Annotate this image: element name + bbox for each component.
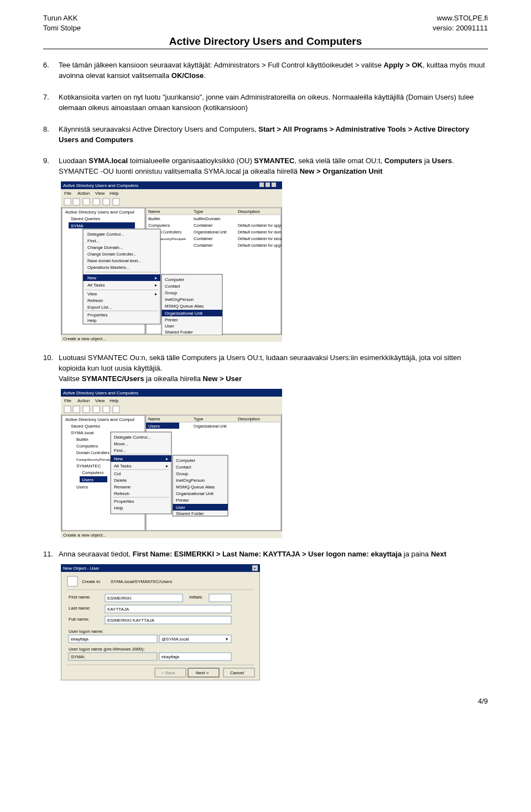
- svg-text:Computers: Computers: [76, 444, 98, 449]
- svg-rect-86: [73, 406, 80, 413]
- svg-text:Contact: Contact: [176, 465, 191, 470]
- svg-text:Shared Folder: Shared Folder: [165, 330, 193, 335]
- document-page: Turun AKK www.STOLPE.fi Tomi Stolpe vers…: [0, 0, 531, 719]
- svg-text:Create a new object...: Create a new object...: [63, 336, 106, 341]
- svg-text:Change Domain...: Change Domain...: [87, 245, 123, 250]
- step-7: 7. Kotikansioita varten on nyt luotu "ju…: [43, 92, 488, 113]
- svg-text:New Object - User: New Object - User: [63, 566, 100, 571]
- svg-text:▸: ▸: [166, 464, 168, 469]
- svg-text:< Back: < Back: [162, 670, 176, 675]
- step-number: 9.: [43, 156, 49, 166]
- svg-text:Computers: Computers: [148, 223, 170, 228]
- svg-rect-17: [113, 199, 119, 205]
- svg-text:Builtin: Builtin: [76, 437, 88, 442]
- svg-text:Computer: Computer: [176, 458, 195, 463]
- svg-rect-12: [64, 199, 71, 205]
- svg-text:Organizational Unit: Organizational Unit: [165, 311, 203, 316]
- svg-text:SYMA.local/SYMANTEC/Users: SYMA.local/SYMANTEC/Users: [111, 579, 172, 584]
- svg-text:Active Directory Users and Com: Active Directory Users and Computers: [63, 183, 138, 188]
- svg-text:Type: Type: [194, 417, 204, 421]
- svg-rect-6: [61, 189, 282, 197]
- svg-text:User logon name:: User logon name:: [69, 629, 103, 634]
- svg-text:Printer: Printer: [176, 498, 189, 503]
- svg-text:Delegate Control...: Delegate Control...: [114, 435, 151, 440]
- svg-rect-16: [103, 199, 110, 205]
- svg-text:Create in:: Create in:: [82, 579, 101, 584]
- svg-text:Refresh: Refresh: [87, 298, 103, 303]
- screenshot-aduc-new-ou: Active Directory Users and Computers Fil…: [61, 181, 488, 342]
- svg-text:×: ×: [253, 566, 256, 571]
- svg-text:Computer: Computer: [165, 277, 184, 282]
- header-right-1: www.STOLPE.fi: [437, 13, 488, 23]
- svg-text:Cut: Cut: [114, 471, 121, 476]
- svg-text:InetOrgPerson: InetOrgPerson: [165, 297, 194, 302]
- svg-text:builtinDomain: builtinDomain: [194, 216, 220, 221]
- svg-text:SYMA: SYMA: [71, 223, 84, 228]
- svg-text:SYMA\: SYMA\: [71, 654, 85, 659]
- svg-text:Delegate Control...: Delegate Control...: [87, 232, 124, 237]
- svg-text:▸: ▸: [166, 456, 168, 461]
- svg-text:View: View: [95, 398, 105, 403]
- svg-text:Active Directory Users and Com: Active Directory Users and Comput: [65, 417, 135, 422]
- svg-text:New: New: [87, 275, 96, 280]
- svg-text:Group: Group: [165, 290, 178, 295]
- svg-text:New: New: [114, 456, 123, 461]
- step-number: 10.: [43, 353, 53, 363]
- step-11: 11. Anna seuraavat tiedot, First Name: E…: [43, 549, 488, 680]
- svg-text:All Tasks: All Tasks: [87, 283, 105, 288]
- svg-text:Organizational Unit: Organizational Unit: [194, 230, 227, 235]
- svg-text:MSMQ Queue Alias: MSMQ Queue Alias: [165, 304, 204, 309]
- page-header-2: Tomi Stolpe versio: 20091111: [43, 23, 488, 33]
- step-number: 11.: [43, 549, 53, 560]
- svg-text:Organizational Unit: Organizational Unit: [176, 491, 214, 496]
- step-number: 6.: [43, 60, 49, 71]
- svg-rect-89: [103, 406, 110, 413]
- svg-rect-85: [64, 406, 71, 413]
- svg-text:Builtin: Builtin: [148, 216, 160, 221]
- svg-text:Rename: Rename: [114, 485, 131, 490]
- step-number: 7.: [43, 92, 49, 103]
- svg-text:Create a new object...: Create a new object...: [63, 533, 106, 538]
- svg-text:Help: Help: [110, 398, 119, 403]
- svg-text:Active Directory Users and Com: Active Directory Users and Computers: [63, 391, 138, 395]
- svg-text:Description: Description: [238, 209, 260, 214]
- svg-text:Default container for secu...: Default container for secu...: [238, 237, 282, 241]
- svg-text:SYMA.local: SYMA.local: [71, 430, 94, 435]
- svg-text:Container: Container: [194, 236, 213, 241]
- svg-text:Help: Help: [87, 318, 97, 323]
- svg-text:Container: Container: [194, 223, 213, 228]
- step-8: 8. Käynnistä seuraavaksi Active Director…: [43, 124, 488, 145]
- svg-text:InetOrgPerson: InetOrgPerson: [176, 478, 205, 483]
- svg-text:▸: ▸: [155, 275, 157, 280]
- svg-rect-156: [209, 594, 231, 602]
- svg-text:Users: Users: [82, 477, 93, 482]
- svg-rect-24: [146, 208, 281, 215]
- svg-text:Operations Masters...: Operations Masters...: [87, 265, 129, 270]
- svg-text:Refresh: Refresh: [114, 491, 129, 496]
- svg-text:Last name:: Last name:: [69, 606, 91, 611]
- svg-text:KAYTTAJA: KAYTTAJA: [107, 607, 129, 612]
- page-footer: 4/9: [43, 697, 488, 705]
- header-rule: [43, 49, 488, 49]
- svg-text:Name: Name: [148, 209, 160, 214]
- svg-text:Export List...: Export List...: [87, 305, 112, 310]
- header-left-1: Turun AKK: [43, 13, 77, 23]
- svg-text:Group: Group: [176, 471, 189, 476]
- svg-text:User logon name (pre-Windows 2: User logon name (pre-Windows 2000):: [69, 647, 144, 652]
- svg-text:Type: Type: [194, 209, 204, 214]
- step-10: 10. Luotuasi SYMANTEC Ou:n, sekä tälle C…: [43, 353, 488, 538]
- svg-text:▾: ▾: [226, 637, 228, 642]
- svg-text:Name: Name: [148, 417, 160, 421]
- svg-text:Delete: Delete: [114, 478, 127, 483]
- svg-text:All Tasks: All Tasks: [114, 464, 131, 469]
- svg-text:Action: Action: [77, 191, 90, 196]
- svg-text:Change Domain Controller...: Change Domain Controller...: [87, 252, 136, 257]
- svg-rect-88: [93, 406, 100, 413]
- svg-text:ekayttaja: ekayttaja: [71, 637, 89, 642]
- svg-text:MSMQ Queue Alias: MSMQ Queue Alias: [176, 485, 215, 490]
- svg-text:File: File: [64, 191, 71, 196]
- svg-text:Users: Users: [148, 424, 160, 429]
- svg-text:ForeignSecurityPrincipals: ForeignSecurityPrincipals: [76, 458, 114, 461]
- svg-text:Find...: Find...: [87, 238, 100, 243]
- svg-text:Properties: Properties: [114, 499, 134, 504]
